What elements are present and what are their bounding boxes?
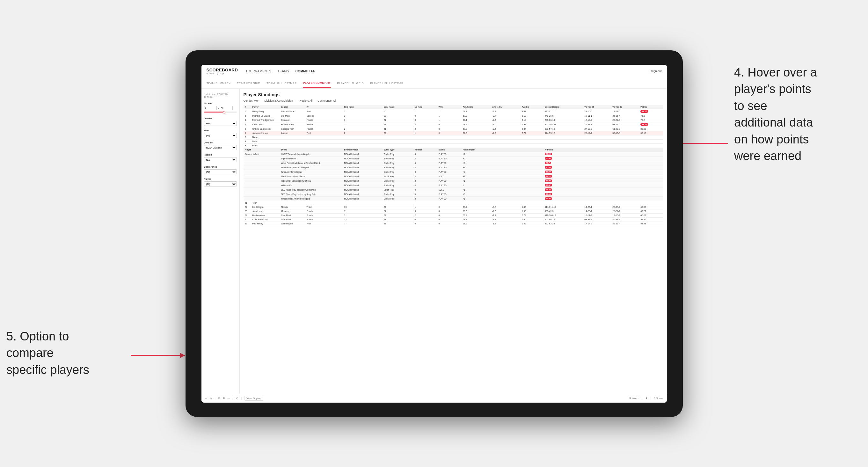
col-overall: Overall Record [544,105,583,110]
arrow-left-icon [127,346,191,365]
nav-divider: | [648,69,648,73]
table-row: 24 Bastien Amat New Mexico Fourth 1 27 2… [244,213,663,217]
filter-gender: Gender: Men [244,99,259,102]
col-points: Points [639,105,663,110]
svg-marker-3 [180,353,185,358]
year-select[interactable]: (All) [204,133,237,138]
col-conf-rank: Conf Rank [382,105,413,110]
undo-btn[interactable]: ↩ [205,397,208,400]
nav-tournaments[interactable]: TOURNAMENTS [245,68,271,74]
event-row: Jackson Kolson UNCW Seahawk Intercollegi… [244,152,663,156]
clock-btn[interactable]: ⏱ [236,397,239,400]
nav-teams[interactable]: TEAMS [278,68,289,74]
col-vs50: Vs Top 50 [611,105,639,110]
table-btn[interactable]: ⊞ [218,397,220,400]
redo-btn[interactable]: ↪ [210,397,212,400]
sidebar-year: Year (All) [204,129,237,138]
settings-btn[interactable]: ⋯ [227,397,230,400]
table-row: 8 Mats [244,139,663,144]
sub-nav-player-summary[interactable]: PLAYER SUMMARY [303,79,331,88]
standings-table: # Player School Yr Reg Rank Conf Rank No… [244,105,663,226]
sub-nav-player-h2h-grid[interactable]: PLAYER H2H GRID [337,79,364,87]
main-content: Update time: 27/03/2024 16:56:26 No Rds.… [202,89,667,394]
sub-nav-team-h2h-grid[interactable]: TEAM H2H GRID [237,79,260,87]
watch-btn[interactable]: 👁 Watch [629,397,639,400]
table-row: 9 Prest [244,144,663,148]
sidebar: Update time: 27/03/2024 16:56:26 No Rds.… [202,89,240,394]
filter-division: Division: NCAA Division I [264,99,294,102]
event-row: Amer An Intercollegiate NCAA Division I … [244,169,663,174]
division-select[interactable]: NCAA Division I [204,145,237,150]
table-row: 3 Michael Thorbjornsen Stanford Fourth 1… [244,118,663,122]
cell-school: Arizona State [280,109,305,114]
event-row: SEC Stroke Play hosted by Jerry Pate NCA… [244,192,663,196]
table-row: 2 Michael Le Sasso Ole Miss Second 1 18 … [244,114,663,118]
gender-select[interactable]: Men Women [204,121,237,126]
no-rds-label: No Rds. [204,102,237,105]
filter-row: Gender: Men Division: NCAA Division I Re… [244,99,663,102]
division-label: Division [204,141,237,144]
col-player: Player [251,105,280,110]
sidebar-player: Player (All) [204,178,237,186]
table-row: 22 Ian Gilligan Florida Third 10 24 1 0 … [244,205,663,209]
col-avg-par: Avg to Par [491,105,521,110]
event-row: The Cypress Point Classic NCAA Division … [244,174,663,179]
table-row: 7 Nicho [244,135,663,139]
event-row: Mirabel Maui Jim Intercollegiate NCAA Di… [244,196,663,201]
event-row: SEC Match Play hosted by Jerry Pate NCAA… [244,187,663,192]
nav-right: | Sign out [648,69,661,73]
col-wins: Wins [437,105,461,110]
sidebar-region: Region N/A [204,153,237,162]
download-btn[interactable]: ⬇ [645,397,647,400]
tablet-device: SCOREBOARD Powered by clippi TOURNAMENTS… [186,50,683,417]
sidebar-update: Update time: 27/03/2024 16:56:26 [204,93,237,99]
app-logo-sub: Powered by clippi [207,72,238,74]
logo-area: SCOREBOARD Powered by clippi [207,68,238,74]
col-no-rds: No Rds. [413,105,437,110]
top-nav: SCOREBOARD Powered by clippi TOURNAMENTS… [202,65,667,78]
table-row: 21 Teeh [244,201,663,205]
cell-player: Wenyi Ding [251,109,280,114]
col-reg-rank: Reg Rank [343,105,382,110]
region-select[interactable]: N/A [204,157,237,162]
sub-nav: TEAM SUMMARY TEAM H2H GRID TEAM H2H HEAT… [202,78,667,89]
table-row: 23 Jack Lundin Missouri Fourth 11 24 0 0… [244,209,663,213]
nav-committee[interactable]: COMMITTEE [296,68,316,74]
table-row: 26 Petr Hruby Washington Fifth 7 23 0 0 … [244,222,663,226]
event-table-header-row: Player Event Event Division Event Type R… [244,148,663,152]
col-vs25: Vs Top 25 [583,105,611,110]
rds-from-input[interactable] [204,106,217,110]
nav-items: TOURNAMENTS TEAMS COMMITTEE [245,68,648,74]
rds-slider-thumb[interactable] [223,111,225,114]
col-yr: Yr [305,105,343,110]
bottom-toolbar: ↩ ↪ | ⊞ ⧉ ⋯ | ⏱ | View: Original 👁 Watch… [202,394,667,403]
app-logo: SCOREBOARD [207,68,238,72]
view-original-btn[interactable]: View: Original [244,396,263,401]
conference-select[interactable]: (All) [204,169,237,175]
sub-nav-team-summary[interactable]: TEAM SUMMARY [207,79,231,87]
right-panel: Player Standings Gender: Men Division: N… [240,89,667,394]
event-row: Southern Highlands Collegiate NCAA Divis… [244,165,663,169]
sub-nav-team-h2h-heatmap[interactable]: TEAM H2H HEATMAP [267,79,297,87]
player-select[interactable]: (All) [204,181,237,186]
col-adj-score: Adj. Score [462,105,491,110]
sidebar-division: Division NCAA Division I [204,141,237,150]
cell-points[interactable]: 88.27 [639,109,663,114]
event-row: Williams Cup NCAA Division I Stroke Play… [244,183,663,187]
conference-label: Conference [204,165,237,168]
event-row: Wake Forest Invitational at Pinehurst No… [244,161,663,165]
event-row: Tiger Invitational NCAA Division I Strok… [244,156,663,161]
copy-btn[interactable]: ⧉ [223,397,225,400]
event-row: Fallen Oak Collegiate Invitational NCAA … [244,179,663,183]
rds-slider-fill [204,112,224,113]
sign-out-link[interactable]: Sign out [651,69,661,73]
rds-to-input[interactable] [220,106,233,110]
update-label: Update time: [204,93,217,95]
view-original-label: View: Original [246,397,261,400]
sub-nav-player-h2h-heatmap[interactable]: PLAYER H2H HEATMAP [370,79,403,87]
annotation-left: 5. Option to compare specific players [6,328,127,378]
col-rank: # [244,105,251,110]
sidebar-conference: Conference (All) [204,165,237,175]
rds-slider-track[interactable] [204,112,237,113]
share-btn[interactable]: ↗ Share [653,397,663,400]
